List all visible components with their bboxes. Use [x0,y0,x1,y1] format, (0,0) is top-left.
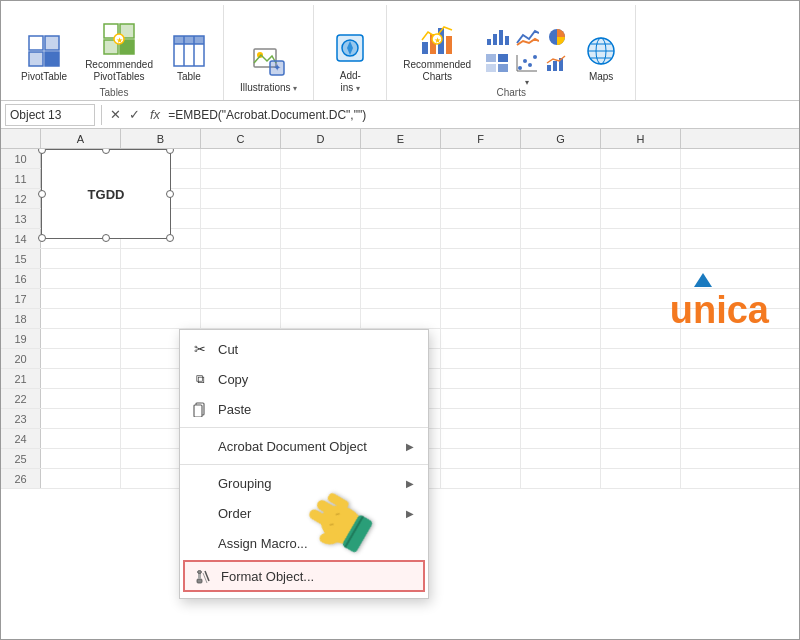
formula-content[interactable]: =EMBED("Acrobat.Document.DC","") [168,108,795,122]
cell-h14[interactable] [601,229,681,248]
cell-e16[interactable] [361,269,441,288]
cell-f12[interactable] [441,189,521,208]
cell-c12[interactable] [201,189,281,208]
cell-c13[interactable] [201,209,281,228]
illustrations-button[interactable]: ✦ Illustrations ▾ [234,36,303,98]
cell-a25[interactable] [41,449,121,468]
cell-c17[interactable] [201,289,281,308]
cell-e15[interactable] [361,249,441,268]
cell-a23[interactable] [41,409,121,428]
cell-d13[interactable] [281,209,361,228]
cell-h26[interactable] [601,469,681,488]
cell-c18[interactable] [201,309,281,328]
cell-f25[interactable] [441,449,521,468]
handle-left-mid[interactable] [38,190,46,198]
cell-g25[interactable] [521,449,601,468]
cell-f11[interactable] [441,169,521,188]
cell-h21[interactable] [601,369,681,388]
col-header-a[interactable]: A [41,129,121,148]
confirm-icon[interactable]: ✓ [127,107,142,122]
line-chart-button[interactable] [513,25,541,49]
maps-button[interactable]: Maps [577,29,625,87]
cell-f18[interactable] [441,309,521,328]
pie-chart-button[interactable] [543,25,571,49]
cell-g22[interactable] [521,389,601,408]
cell-b15[interactable] [121,249,201,268]
cell-e18[interactable] [361,309,441,328]
bar-chart-button[interactable] [483,25,511,49]
cell-f19[interactable] [441,329,521,348]
cell-a26[interactable] [41,469,121,488]
handle-bottom-mid[interactable] [102,234,110,242]
context-menu-cut[interactable]: ✂ Cut [180,334,428,364]
cell-g17[interactable] [521,289,601,308]
cell-d15[interactable] [281,249,361,268]
cell-f21[interactable] [441,369,521,388]
handle-right-mid[interactable] [166,190,174,198]
cell-c15[interactable] [201,249,281,268]
cell-f14[interactable] [441,229,521,248]
cell-e12[interactable] [361,189,441,208]
addins-button[interactable]: Add-ins ▾ [324,24,376,98]
cell-h22[interactable] [601,389,681,408]
cell-h20[interactable] [601,349,681,368]
cell-g20[interactable] [521,349,601,368]
cell-f26[interactable] [441,469,521,488]
table-button[interactable]: Table [165,29,213,87]
cell-d11[interactable] [281,169,361,188]
cell-e17[interactable] [361,289,441,308]
embedded-object[interactable]: TGDD [41,149,171,239]
cell-d16[interactable] [281,269,361,288]
cell-b17[interactable] [121,289,201,308]
context-menu-acrobat[interactable]: Acrobat Document Object ▶ [180,431,428,461]
cell-f22[interactable] [441,389,521,408]
context-menu-copy[interactable]: ⧉ Copy [180,364,428,394]
cell-h25[interactable] [601,449,681,468]
col-header-c[interactable]: C [201,129,281,148]
cell-g11[interactable] [521,169,601,188]
cell-a18[interactable] [41,309,121,328]
cell-g10[interactable] [521,149,601,168]
cell-g23[interactable] [521,409,601,428]
cell-a17[interactable] [41,289,121,308]
combo-chart-button[interactable] [543,51,571,75]
scatter-chart-button[interactable] [513,51,541,75]
recommended-pivottables-button[interactable]: ★ RecommendedPivotTables [79,17,159,87]
cell-d17[interactable] [281,289,361,308]
pivot-table-button[interactable]: PivotTable [15,29,73,87]
cell-a22[interactable] [41,389,121,408]
cell-a15[interactable] [41,249,121,268]
context-menu-format-object[interactable]: Format Object... [183,560,425,592]
cell-f10[interactable] [441,149,521,168]
col-header-f[interactable]: F [441,129,521,148]
cell-e11[interactable] [361,169,441,188]
context-menu-paste[interactable]: Paste [180,394,428,424]
col-header-g[interactable]: G [521,129,601,148]
cell-a16[interactable] [41,269,121,288]
cell-h23[interactable] [601,409,681,428]
cell-f23[interactable] [441,409,521,428]
cell-d14[interactable] [281,229,361,248]
col-header-b[interactable]: B [121,129,201,148]
col-header-d[interactable]: D [281,129,361,148]
cell-d12[interactable] [281,189,361,208]
cell-g21[interactable] [521,369,601,388]
cell-f20[interactable] [441,349,521,368]
cell-g16[interactable] [521,269,601,288]
cell-c11[interactable] [201,169,281,188]
cell-h15[interactable] [601,249,681,268]
cell-g18[interactable] [521,309,601,328]
cell-g26[interactable] [521,469,601,488]
cell-h16[interactable] [601,269,681,288]
hierarchy-chart-button[interactable] [483,51,511,75]
cell-e10[interactable] [361,149,441,168]
cell-h10[interactable] [601,149,681,168]
name-box[interactable]: Object 13 [5,104,95,126]
col-header-h[interactable]: H [601,129,681,148]
cell-a21[interactable] [41,369,121,388]
cell-f15[interactable] [441,249,521,268]
cell-g13[interactable] [521,209,601,228]
handle-bottom-left[interactable] [38,234,46,242]
col-header-e[interactable]: E [361,129,441,148]
cell-b18[interactable] [121,309,201,328]
